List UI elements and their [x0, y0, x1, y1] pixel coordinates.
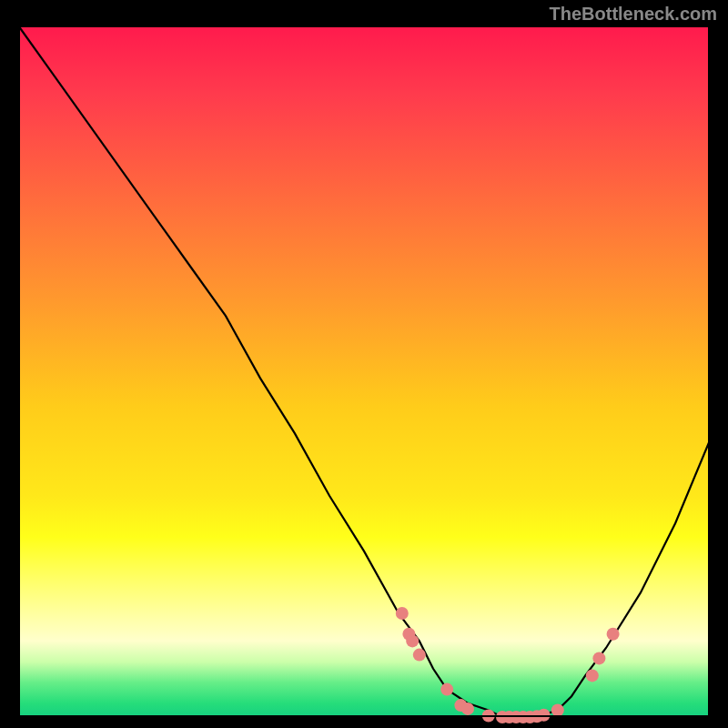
chart-svg [18, 25, 710, 717]
chart-markers [396, 607, 620, 723]
chart-marker [551, 703, 564, 716]
chart-marker [482, 710, 495, 723]
chart-marker [406, 634, 419, 647]
chart-marker [413, 649, 426, 662]
chart-marker [607, 628, 620, 641]
chart-marker [538, 709, 551, 722]
chart-marker [592, 652, 605, 664]
watermark-text: TheBottleneck.com [550, 4, 717, 25]
bottleneck-curve [18, 25, 710, 717]
chart-marker [461, 703, 474, 715]
chart-marker [586, 669, 599, 682]
chart-gradient-background [18, 25, 710, 717]
chart-marker [440, 683, 453, 696]
chart-marker [396, 607, 409, 620]
